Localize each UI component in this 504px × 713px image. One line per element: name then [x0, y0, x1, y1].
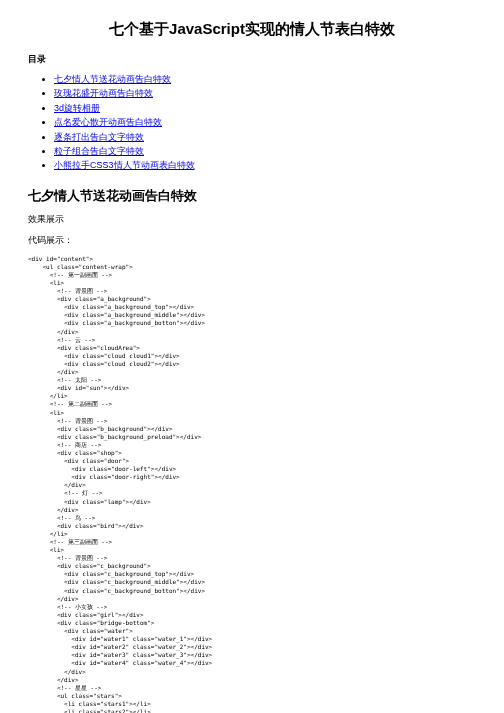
toc-item: 3d旋转相册: [54, 101, 476, 115]
toc-link-1[interactable]: 七夕情人节送花动画告白特效: [54, 74, 171, 84]
toc-item: 逐条打出告白文字特效: [54, 130, 476, 144]
toc-label: 目录: [28, 53, 476, 66]
effect-label-1: 效果展示: [28, 213, 476, 226]
toc-item: 粒子组合告白文字特效: [54, 144, 476, 158]
page-title: 七个基于JavaScript实现的情人节表白特效: [28, 20, 476, 39]
toc-item: 点名爱心散开动画告白特效: [54, 115, 476, 129]
toc-link-6[interactable]: 粒子组合告白文字特效: [54, 146, 144, 156]
toc-link-3[interactable]: 3d旋转相册: [54, 103, 100, 113]
toc-item: 玫瑰花盛开动画告白特效: [54, 86, 476, 100]
toc-link-4[interactable]: 点名爱心散开动画告白特效: [54, 117, 162, 127]
toc-link-2[interactable]: 玫瑰花盛开动画告白特效: [54, 88, 153, 98]
toc-item: 小熊拉手CSS3情人节动画表白特效: [54, 158, 476, 172]
toc-list: 七夕情人节送花动画告白特效 玫瑰花盛开动画告白特效 3d旋转相册 点名爱心散开动…: [28, 72, 476, 173]
toc-link-5[interactable]: 逐条打出告白文字特效: [54, 132, 144, 142]
toc-link-7[interactable]: 小熊拉手CSS3情人节动画表白特效: [54, 160, 195, 170]
document-page: 七个基于JavaScript实现的情人节表白特效 目录 七夕情人节送花动画告白特…: [0, 0, 504, 713]
code-label-1: 代码展示：: [28, 234, 476, 247]
section-1-heading: 七夕情人节送花动画告白特效: [28, 187, 476, 205]
code-block-1: <div id="content"> <ul class="content-wr…: [28, 255, 476, 713]
toc-item: 七夕情人节送花动画告白特效: [54, 72, 476, 86]
